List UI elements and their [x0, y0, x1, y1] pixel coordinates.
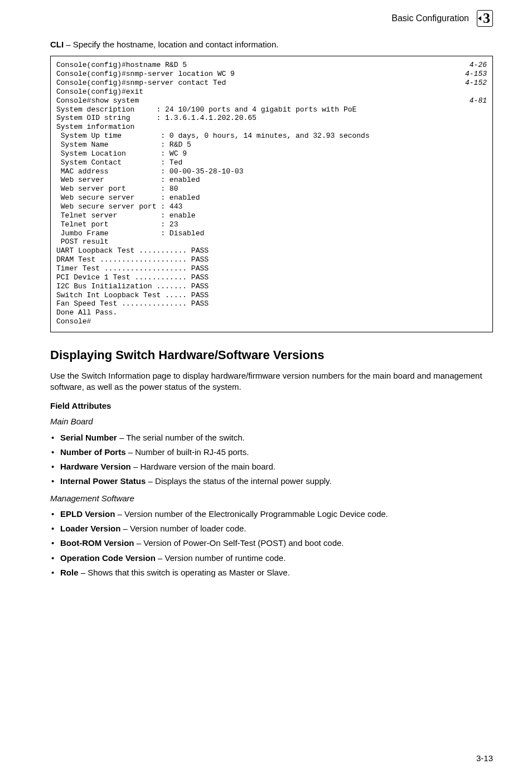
code-left: Timer Test ................... PASS — [56, 264, 209, 273]
list-item-term: Boot-ROM Version — [60, 538, 134, 548]
code-row: UART Loopback Test ........... PASS — [56, 246, 487, 255]
code-ref: 4-152 — [458, 79, 487, 88]
list-item: EPLD Version – Version number of the Ele… — [50, 509, 493, 520]
list-item: Operation Code Version – Version number … — [50, 553, 493, 564]
list-item-desc: – Version number of loader code. — [120, 524, 246, 533]
list-item: Loader Version – Version number of loade… — [50, 523, 493, 534]
chapter-number: 3 — [483, 10, 490, 26]
cli-intro-prefix: CLI — [50, 40, 64, 49]
code-left: POST result — [56, 238, 109, 246]
main-board-label: Main Board — [50, 416, 493, 427]
code-left: Console(config)#snmp-server contact Ted — [56, 79, 226, 88]
list-item-term: Serial Number — [60, 433, 117, 442]
chapter-badge: 3 — [477, 10, 493, 27]
badge-arrow-icon — [478, 16, 481, 21]
code-left: System OID string : 1.3.6.1.4.1.202.20.6… — [56, 114, 257, 123]
code-row: Switch Int Loopback Test ..... PASS — [56, 291, 487, 300]
list-item-term: Loader Version — [60, 524, 120, 533]
code-row: Telnet server : enable — [56, 211, 487, 220]
code-left: Web secure server port : 443 — [56, 202, 182, 211]
cli-intro-line: CLI – Specify the hostname, location and… — [50, 39, 493, 50]
code-left: Web server : enabled — [56, 176, 200, 185]
code-left: Web secure server : enabled — [56, 194, 200, 202]
code-left: Done All Pass. — [56, 308, 117, 317]
list-item-desc: – Version number of runtime code. — [156, 553, 286, 563]
field-attributes-label: Field Attributes — [50, 400, 493, 412]
code-row: Telnet port : 23 — [56, 220, 487, 229]
code-left: System Location : WC 9 — [56, 149, 187, 158]
list-item-term: Hardware Version — [60, 462, 131, 471]
code-row: System description : 24 10/100 ports and… — [56, 105, 487, 114]
code-left: MAC address : 00-00-35-28-10-03 — [56, 167, 243, 176]
list-item-term: EPLD Version — [60, 509, 115, 519]
code-row: POST result — [56, 238, 487, 246]
list-item: Role – Shows that this switch is operati… — [50, 567, 493, 578]
list-item-desc: – Displays the status of the internal po… — [146, 476, 331, 486]
code-row: Console#show system4-81 — [56, 96, 487, 105]
list-item-desc: – Version number of the Electronically P… — [115, 509, 388, 519]
code-left: Telnet port : 23 — [56, 220, 178, 229]
code-left: PCI Device 1 Test ............ PASS — [56, 273, 209, 282]
list-item-term: Operation Code Version — [60, 553, 156, 563]
code-row: System Contact : Ted — [56, 158, 487, 167]
code-ref: 4-153 — [458, 70, 487, 79]
code-left: Jumbo Frame : Disabled — [56, 229, 204, 238]
code-left: I2C Bus Initialization ....... PASS — [56, 282, 209, 291]
code-row: Console(config)#snmp-server contact Ted4… — [56, 79, 487, 88]
list-item-desc: – The serial number of the switch. — [117, 433, 245, 442]
code-left: DRAM Test .................... PASS — [56, 255, 209, 264]
code-row: System OID string : 1.3.6.1.4.1.202.20.6… — [56, 114, 487, 123]
code-left: Console#show system — [56, 96, 139, 105]
section-heading: Displaying Switch Hardware/Software Vers… — [50, 347, 493, 364]
list-item: Number of Ports – Number of built-in RJ-… — [50, 447, 493, 458]
code-row: Web secure server : enabled — [56, 194, 487, 202]
code-left: Telnet server : enable — [56, 211, 196, 220]
code-row: DRAM Test .................... PASS — [56, 255, 487, 264]
list-item: Boot-ROM Version – Version of Power-On S… — [50, 538, 493, 549]
code-left: System Name : R&D 5 — [56, 141, 191, 149]
code-row: Timer Test ................... PASS — [56, 264, 487, 273]
code-row: MAC address : 00-00-35-28-10-03 — [56, 167, 487, 176]
header-section-title: Basic Configuration — [391, 12, 469, 25]
code-row: System information — [56, 123, 487, 132]
management-software-label: Management Software — [50, 493, 493, 504]
code-row: I2C Bus Initialization ....... PASS — [56, 282, 487, 291]
code-left: Fan Speed Test ............... PASS — [56, 299, 209, 308]
main-board-list: Serial Number – The serial number of the… — [50, 432, 493, 487]
code-left: System Contact : Ted — [56, 158, 182, 167]
management-software-list: EPLD Version – Version number of the Ele… — [50, 509, 493, 578]
code-ref: 4-26 — [463, 61, 487, 70]
code-row: Console(config)#hostname R&D 54-26 — [56, 61, 487, 70]
code-left: Console(config)#exit — [56, 88, 143, 96]
cli-intro-rest: – Specify the hostname, location and con… — [64, 40, 278, 49]
list-item: Hardware Version – Hardware version of t… — [50, 461, 493, 472]
code-left: Console(config)#hostname R&D 5 — [56, 61, 187, 70]
code-row: System Location : WC 9 — [56, 149, 487, 158]
code-row: System Name : R&D 5 — [56, 141, 487, 149]
code-row: Web secure server port : 443 — [56, 202, 487, 211]
code-row: PCI Device 1 Test ............ PASS — [56, 273, 487, 282]
code-ref: 4-81 — [463, 96, 487, 105]
section-intro: Use the Switch Information page to displ… — [50, 370, 493, 393]
list-item-term: Number of Ports — [60, 447, 126, 457]
code-left: Console(config)#snmp-server location WC … — [56, 70, 235, 79]
code-row: Fan Speed Test ............... PASS — [56, 299, 487, 308]
code-left: Web server port : 80 — [56, 185, 178, 194]
code-left: System Up time : 0 days, 0 hours, 14 min… — [56, 132, 370, 141]
code-left: Switch Int Loopback Test ..... PASS — [56, 291, 209, 300]
page: Basic Configuration 3 CLI – Specify the … — [0, 0, 532, 774]
code-row: Jumbo Frame : Disabled — [56, 229, 487, 238]
list-item-desc: – Hardware version of the main board. — [131, 462, 275, 471]
code-left: System description : 24 10/100 ports and… — [56, 105, 356, 114]
list-item-desc: – Number of built-in RJ-45 ports. — [126, 447, 249, 457]
list-item-term: Role — [60, 568, 79, 577]
code-row: Console# — [56, 317, 487, 326]
code-left: Console# — [56, 317, 91, 326]
code-row: Web server : enabled — [56, 176, 487, 185]
code-row: Console(config)#exit — [56, 88, 487, 96]
page-number: 3-13 — [476, 753, 493, 764]
code-row: System Up time : 0 days, 0 hours, 14 min… — [56, 132, 487, 141]
cli-output-box: Console(config)#hostname R&D 54-26Consol… — [50, 56, 493, 332]
code-row: Done All Pass. — [56, 308, 487, 317]
list-item: Internal Power Status – Displays the sta… — [50, 476, 493, 487]
